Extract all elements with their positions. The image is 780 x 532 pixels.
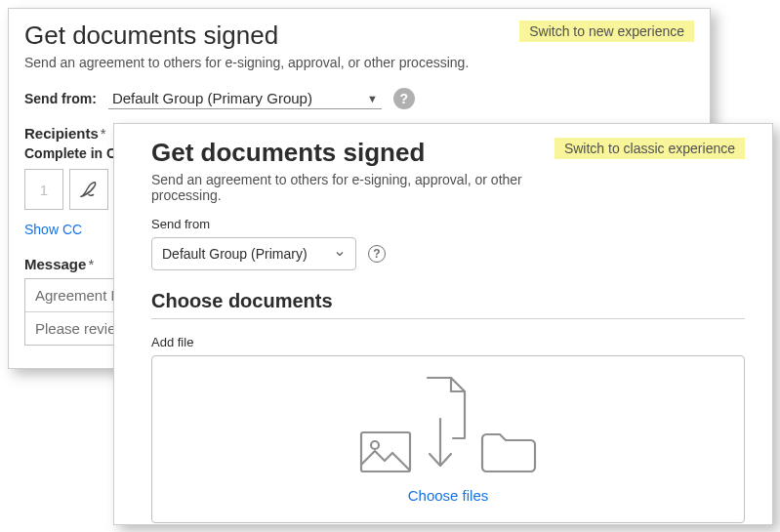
send-from-label: Send from: bbox=[24, 91, 97, 106]
svg-point-1 bbox=[371, 441, 379, 449]
choose-documents-heading: Choose documents bbox=[151, 290, 745, 319]
page-title: Get documents signed bbox=[151, 138, 554, 168]
pen-icon bbox=[78, 179, 100, 200]
sign-role-button[interactable] bbox=[69, 169, 108, 210]
chevron-down-icon: ▼ bbox=[367, 93, 378, 104]
show-cc-link[interactable]: Show CC bbox=[24, 222, 82, 237]
switch-to-classic-experience-button[interactable]: Switch to classic experience bbox=[554, 138, 745, 159]
send-from-select[interactable]: Default Group (Primary) bbox=[151, 237, 356, 270]
send-from-value: Default Group (Primary) bbox=[162, 246, 308, 262]
svg-rect-0 bbox=[361, 432, 410, 471]
choose-files-link[interactable]: Choose files bbox=[408, 487, 489, 504]
page-title: Get documents signed bbox=[24, 20, 469, 51]
document-download-icon bbox=[422, 376, 471, 473]
add-file-label: Add file bbox=[151, 335, 745, 349]
send-from-select[interactable]: Default Group (Primary Group) ▼ bbox=[108, 88, 382, 109]
folder-icon bbox=[480, 430, 537, 473]
dropzone-icons bbox=[359, 376, 537, 473]
switch-to-new-experience-button[interactable]: Switch to new experience bbox=[519, 20, 694, 42]
recipient-order-input[interactable]: 1 bbox=[24, 169, 63, 210]
chevron-down-icon bbox=[334, 248, 346, 260]
page-subtitle: Send an agreement to others for e-signin… bbox=[24, 55, 469, 70]
help-icon[interactable]: ? bbox=[368, 245, 386, 263]
page-subtitle: Send an agreement to others for e-signin… bbox=[151, 172, 554, 203]
image-icon bbox=[359, 430, 412, 473]
send-from-label: Send from bbox=[151, 217, 745, 231]
help-icon[interactable]: ? bbox=[393, 88, 415, 109]
new-experience-panel: Get documents signed Send an agreement t… bbox=[113, 123, 773, 525]
file-dropzone[interactable]: Choose files bbox=[151, 355, 745, 523]
send-from-value: Default Group (Primary Group) bbox=[112, 90, 312, 106]
